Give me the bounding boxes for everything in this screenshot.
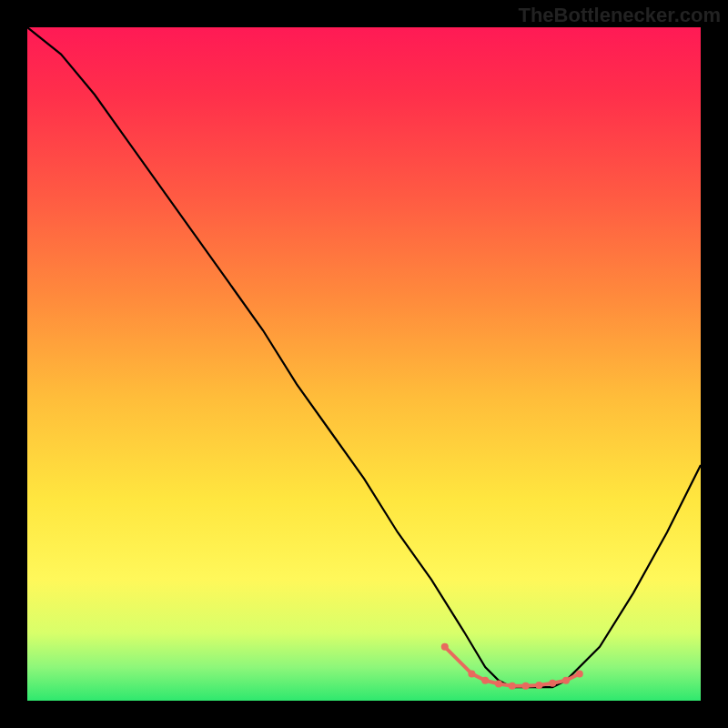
marker-dot <box>495 681 502 688</box>
marker-dot <box>576 670 583 677</box>
gradient-background <box>27 27 701 701</box>
marker-dot <box>535 682 542 689</box>
watermark-text: TheBottlenecker.com <box>518 4 721 27</box>
marker-dot <box>562 677 570 684</box>
marker-dot <box>441 643 449 651</box>
chart-svg <box>27 27 701 701</box>
marker-dot <box>468 670 475 677</box>
marker-dot <box>522 682 530 690</box>
marker-dot <box>481 677 489 684</box>
plot-area <box>27 27 701 701</box>
marker-dot <box>549 680 556 687</box>
marker-dot <box>509 682 516 690</box>
chart-frame: TheBottlenecker.com <box>0 0 728 728</box>
